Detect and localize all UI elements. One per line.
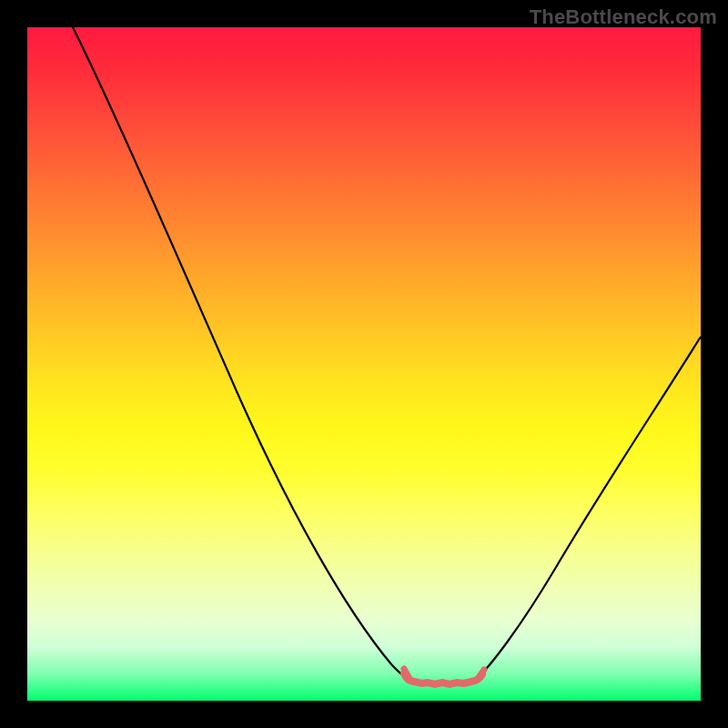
flat-bottom-segment (404, 673, 482, 684)
watermark-text: TheBottleneck.com (530, 5, 717, 29)
curve-left-branch (73, 27, 410, 678)
plot-area (27, 27, 701, 701)
chart-svg (27, 27, 701, 701)
curve-right-branch (478, 337, 701, 678)
